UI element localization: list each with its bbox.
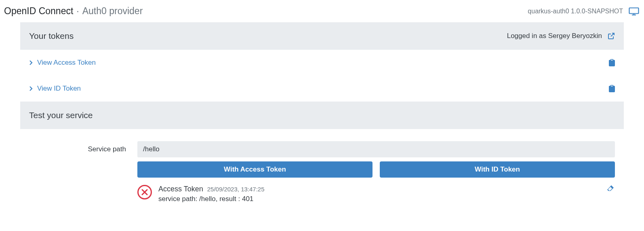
page-header-right: quarkus-auth0 1.0.0-SNAPSHOT — [528, 7, 639, 15]
title-separator: · — [76, 6, 79, 17]
tokens-panel-header: Your tokens Logged in as Sergey Beryozki… — [20, 22, 624, 50]
with-access-token-button[interactable]: With Access Token — [137, 161, 373, 178]
test-panel-header: Test your service — [20, 102, 624, 129]
page-header: OpenID Connect · Auth0 provider quarkus-… — [0, 0, 644, 22]
result-heading: Access Token 25/09/2023, 13:47:25 — [158, 185, 600, 193]
svg-rect-0 — [629, 8, 639, 13]
content: Your tokens Logged in as Sergey Beryozki… — [0, 22, 644, 203]
view-id-token-link[interactable]: View ID Token — [29, 85, 81, 93]
token-row-id: View ID Token — [20, 76, 624, 102]
desktop-icon[interactable] — [629, 7, 639, 15]
eraser-icon[interactable] — [607, 185, 614, 191]
clipboard-icon[interactable] — [609, 59, 615, 66]
page-header-left: OpenID Connect · Auth0 provider — [4, 6, 143, 17]
test-form: Service path With Access Token With ID T… — [20, 129, 624, 203]
result-timestamp: 25/09/2023, 13:47:25 — [207, 186, 265, 193]
result-row: Access Token 25/09/2023, 13:47:25 servic… — [137, 185, 615, 203]
token-row-access: View Access Token — [20, 50, 624, 76]
x-icon — [141, 189, 148, 195]
tokens-panel-title: Your tokens — [29, 31, 74, 41]
chevron-right-icon — [29, 60, 33, 66]
app-info: quarkus-auth0 1.0.0-SNAPSHOT — [528, 8, 623, 15]
page-subtitle: Auth0 provider — [82, 6, 143, 17]
error-icon — [137, 185, 152, 199]
service-path-input[interactable] — [137, 141, 615, 157]
external-link-icon[interactable] — [608, 32, 615, 40]
with-id-token-button[interactable]: With ID Token — [380, 161, 615, 178]
chevron-right-icon — [29, 86, 33, 91]
logged-in-text: Logged in as Sergey Beryozkin — [507, 32, 602, 40]
tokens-panel-right: Logged in as Sergey Beryozkin — [507, 32, 615, 40]
clipboard-icon[interactable] — [609, 85, 615, 92]
result-actions — [607, 185, 615, 193]
test-button-row: With Access Token With ID Token — [137, 161, 615, 178]
result-body: Access Token 25/09/2023, 13:47:25 servic… — [158, 185, 600, 203]
page-title: OpenID Connect — [4, 6, 73, 17]
result-line: service path: /hello, result : 401 — [158, 195, 600, 203]
service-path-label: Service path — [29, 145, 126, 153]
view-access-token-label: View Access Token — [37, 59, 96, 67]
view-access-token-link[interactable]: View Access Token — [29, 59, 96, 67]
service-path-row: Service path — [29, 141, 615, 157]
test-panel-title: Test your service — [29, 110, 93, 120]
view-id-token-label: View ID Token — [37, 85, 81, 93]
result-token-type: Access Token — [158, 185, 203, 193]
